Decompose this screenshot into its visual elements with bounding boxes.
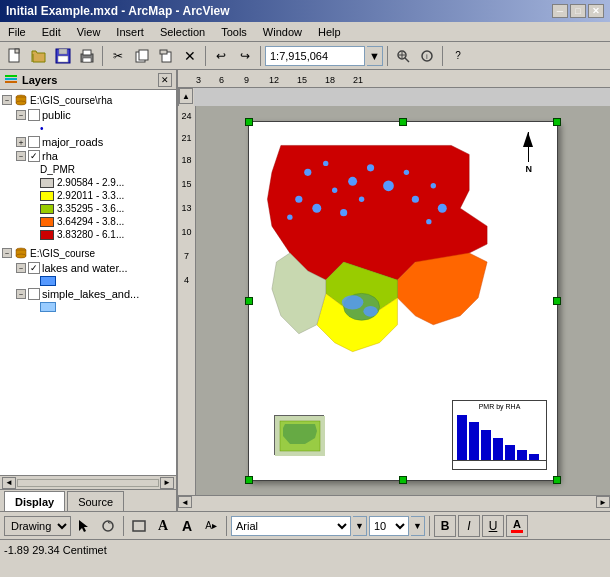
expand-lakes[interactable]: － (16, 263, 26, 273)
rotate-tool[interactable] (97, 515, 119, 537)
sidebar-close-button[interactable]: ✕ (158, 73, 172, 87)
scroll-track[interactable] (17, 479, 159, 487)
scale-dropdown[interactable]: ▼ (367, 46, 383, 66)
scroll-left-button[interactable]: ◄ (2, 477, 16, 489)
font-dropdown-button[interactable]: ▼ (353, 516, 367, 536)
menu-window[interactable]: Window (259, 25, 306, 39)
expand-simple-lakes[interactable]: － (16, 289, 26, 299)
legend-color-3 (40, 204, 54, 214)
scroll-right-map-button[interactable]: ► (596, 496, 610, 508)
rha-class-5: 3.83280 - 6.1... (2, 228, 174, 241)
rha-class-3: 3.35295 - 3.6... (2, 202, 174, 215)
layer-lakes: － ✓ lakes and water... (2, 261, 174, 275)
text-tool-a-serif[interactable]: A (152, 515, 174, 537)
sep-format (429, 516, 430, 536)
new-button[interactable] (4, 45, 26, 67)
svg-point-29 (348, 176, 357, 185)
handle-tl[interactable] (245, 118, 253, 126)
font-size-select[interactable]: 10 (369, 516, 409, 536)
paste-button[interactable] (155, 45, 177, 67)
tab-display[interactable]: Display (4, 491, 65, 511)
separator-2 (205, 46, 206, 66)
menu-help[interactable]: Help (314, 25, 345, 39)
svg-point-26 (16, 254, 26, 258)
handle-bc[interactable] (399, 476, 407, 484)
text-tool-a[interactable]: A (176, 515, 198, 537)
svg-point-35 (287, 214, 292, 219)
copy-button[interactable] (131, 45, 153, 67)
open-button[interactable] (28, 45, 50, 67)
separator-4 (387, 46, 388, 66)
legend-color-1 (40, 178, 54, 188)
font-color-button[interactable]: A (506, 515, 528, 537)
rectangle-tool[interactable] (128, 515, 150, 537)
handle-ml[interactable] (245, 297, 253, 305)
menu-view[interactable]: View (73, 25, 105, 39)
identify-button[interactable]: i (416, 45, 438, 67)
close-button[interactable]: ✕ (588, 4, 604, 18)
bar-6 (517, 450, 527, 460)
scroll-up-button[interactable]: ▲ (179, 88, 193, 104)
expand-major-roads[interactable]: ＋ (16, 137, 26, 147)
checkbox-simple-lakes[interactable] (28, 288, 40, 300)
checkbox-major-roads[interactable] (28, 136, 40, 148)
group-2-label: E:\GIS_course (30, 248, 95, 259)
font-size-dropdown-button[interactable]: ▼ (411, 516, 425, 536)
save-button[interactable] (52, 45, 74, 67)
undo-button[interactable]: ↩ (210, 45, 232, 67)
menu-tools[interactable]: Tools (217, 25, 251, 39)
drawing-select[interactable]: Drawing (4, 516, 71, 536)
svg-point-31 (367, 164, 374, 171)
scroll-thumb-h[interactable] (192, 496, 596, 511)
menu-file[interactable]: File (4, 25, 30, 39)
handle-tc[interactable] (399, 118, 407, 126)
checkbox-rha[interactable]: ✓ (28, 150, 40, 162)
handle-br[interactable] (553, 476, 561, 484)
zoom-in-button[interactable] (392, 45, 414, 67)
redo-button[interactable]: ↪ (234, 45, 256, 67)
ruler-top: 3 6 9 12 15 18 21 (178, 70, 610, 88)
expand-rha[interactable]: － (16, 151, 26, 161)
svg-rect-11 (160, 50, 167, 54)
menu-selection[interactable]: Selection (156, 25, 209, 39)
tab-source[interactable]: Source (67, 491, 124, 511)
menu-edit[interactable]: Edit (38, 25, 65, 39)
font-select[interactable]: Arial (231, 516, 351, 536)
svg-point-37 (340, 209, 347, 216)
checkbox-lakes[interactable]: ✓ (28, 262, 40, 274)
menu-insert[interactable]: Insert (112, 25, 148, 39)
expand-group-2[interactable]: － (2, 248, 12, 258)
layer-rha: － ✓ rha (2, 149, 174, 163)
pointer-tool[interactable] (73, 515, 95, 537)
expand-public[interactable]: － (16, 110, 26, 120)
svg-rect-6 (83, 50, 91, 55)
svg-text:i: i (426, 52, 428, 61)
legend-color-4 (40, 217, 54, 227)
handle-mr[interactable] (553, 297, 561, 305)
layer-group-1: － E:\GIS_course\rha (2, 92, 174, 108)
callout-tool[interactable]: A▸ (200, 515, 222, 537)
lakes-label: lakes and water... (42, 262, 128, 274)
cut-button[interactable]: ✂ (107, 45, 129, 67)
delete-button[interactable]: ✕ (179, 45, 201, 67)
handle-tr[interactable] (553, 118, 561, 126)
coordinates-display: -1.89 29.34 Centimet (4, 544, 107, 556)
map-svg (254, 127, 514, 397)
help-button[interactable]: ? (447, 45, 469, 67)
expand-group-1[interactable]: － (2, 95, 12, 105)
maximize-button[interactable]: □ (570, 4, 586, 18)
minimize-button[interactable]: ─ (552, 4, 568, 18)
main-toolbar: ✂ ✕ ↩ ↪ ▼ i ? (0, 42, 610, 70)
checkbox-public[interactable] (28, 109, 40, 121)
print-button[interactable] (76, 45, 98, 67)
bold-button[interactable]: B (434, 515, 456, 537)
handle-bl[interactable] (245, 476, 253, 484)
scroll-right-button[interactable]: ► (160, 477, 174, 489)
italic-button[interactable]: I (458, 515, 480, 537)
scale-input[interactable] (265, 46, 365, 66)
scroll-left-map-button[interactable]: ◄ (178, 496, 192, 508)
major-roads-label: major_roads (42, 136, 103, 148)
map-canvas[interactable]: N (196, 106, 610, 495)
underline-button[interactable]: U (482, 515, 504, 537)
simple-lakes-color (40, 302, 56, 312)
